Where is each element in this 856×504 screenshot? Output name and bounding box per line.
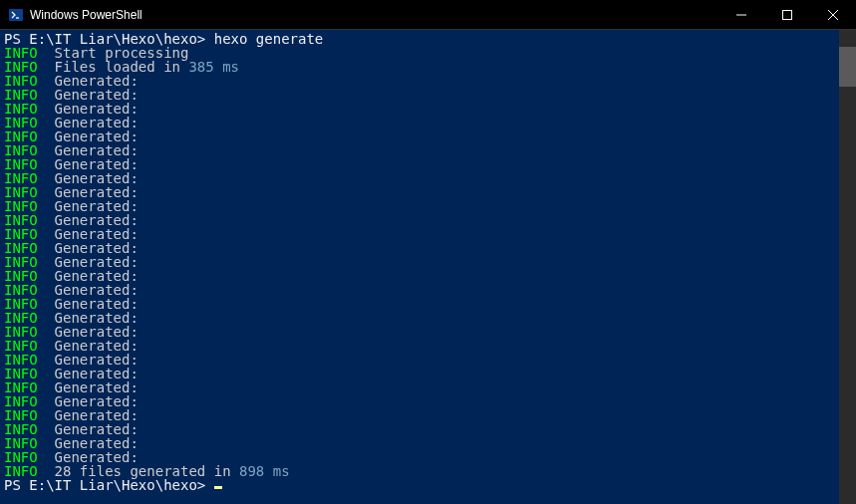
titlebar[interactable]: Windows PowerShell xyxy=(0,0,856,30)
scrollbar-thumb[interactable] xyxy=(839,47,856,87)
cursor xyxy=(214,486,222,489)
maximize-button[interactable] xyxy=(764,0,810,30)
terminal-output[interactable]: PS E:\IT Liar\Hexo\hexo> hexo generateIN… xyxy=(0,30,839,504)
window-title: Windows PowerShell xyxy=(30,8,143,22)
minimize-button[interactable] xyxy=(718,0,764,30)
svg-rect-0 xyxy=(9,9,23,21)
powershell-window: Windows PowerShell PS E:\IT Liar\Hexo\he… xyxy=(0,0,856,504)
load-time: 385 ms xyxy=(188,59,239,75)
powershell-icon xyxy=(8,7,24,23)
generate-time: 898 ms xyxy=(239,463,290,479)
command-text: hexo generate xyxy=(214,31,324,47)
prompt-line: PS E:\IT Liar\Hexo\hexo> xyxy=(4,477,214,493)
svg-rect-1 xyxy=(783,10,792,19)
vertical-scrollbar[interactable] xyxy=(839,30,856,504)
close-button[interactable] xyxy=(810,0,856,30)
